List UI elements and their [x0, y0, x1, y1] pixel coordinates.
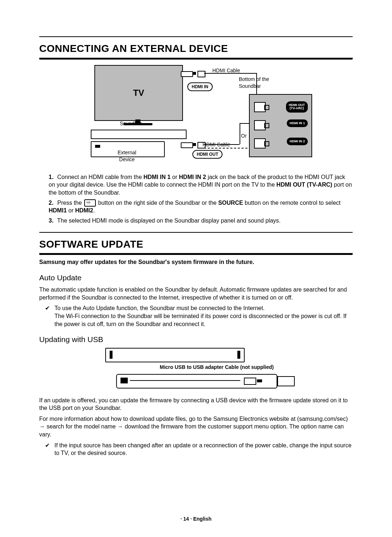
soundbar-port-panel: HDMI OUT (TV-ARC) HDMI IN 1 HDMI IN 2: [249, 94, 312, 157]
micro-usb-icon: [121, 378, 128, 383]
top-divider: [39, 36, 353, 37]
step-text: Connect an HDMI cable from the HDMI IN 1…: [49, 174, 352, 196]
connection-diagram: TV HDMI Cable HDMI IN HDMI OUT HDMI Cabl…: [80, 65, 312, 167]
source-icon: [84, 199, 96, 207]
heading-underline-2: [39, 253, 353, 255]
step-3: 3. The selected HDMI mode is displayed o…: [48, 217, 353, 225]
port-hdmi-in2: HDMI IN 2: [254, 136, 307, 149]
step-text: The selected HDMI mode is displayed on t…: [57, 217, 281, 224]
port-hdmi-out-pill: HDMI OUT (TV-ARC): [286, 101, 308, 113]
soundbar-outline: [105, 348, 245, 362]
auto-update-heading: Auto Update: [39, 273, 353, 283]
port-hdmi-in1: HDMI IN 1: [254, 118, 307, 131]
step-2: 2. Press the button on the right side of…: [48, 199, 353, 215]
tv-label: TV: [133, 87, 144, 99]
usb-update-notes: If the input source has been changed aft…: [39, 442, 353, 457]
step-text: Press the button on the right side of th…: [49, 200, 340, 214]
section-heading-software: SOFTWARE UPDATE: [39, 237, 353, 251]
external-device-label: External Device: [118, 149, 136, 163]
usb-a-icon: [244, 378, 256, 385]
usb-paragraph-2: For more information about how to downlo…: [39, 415, 353, 439]
auto-update-paragraph: The automatic update function is enabled…: [39, 286, 353, 301]
step-number: 2.: [49, 200, 53, 206]
usb-update-diagram: Micro USB to USB adapter Cable (not supp…: [105, 348, 287, 391]
divider-software: [39, 232, 353, 233]
usb-paragraph-1: If an update is offered, you can update …: [39, 396, 353, 412]
usb-update-heading: Updating with USB: [39, 334, 353, 345]
usb-cable-caption: Micro USB to USB adapter Cable (not supp…: [160, 364, 274, 371]
tv-box: TV: [94, 65, 183, 121]
usb-update-note-1: If the input source has been changed aft…: [47, 442, 353, 457]
port-hdmi-out: HDMI OUT (TV-ARC): [254, 100, 307, 113]
usb-stick-icon: [277, 376, 295, 386]
line-hdmi-top: [204, 73, 256, 74]
soundbar-label: Soundbar: [120, 120, 142, 127]
port-hdmi-in1-pill: HDMI IN 1: [287, 119, 308, 127]
step-number: 1.: [49, 174, 53, 180]
manual-page: CONNECTING AN EXTERNAL DEVICE TV HDMI Ca…: [0, 0, 392, 537]
auto-update-note-1: To use the Auto Update function, the Sou…: [47, 304, 353, 328]
line-hdmi-dashed: [204, 148, 251, 149]
port-hdmi-in2-pill: HDMI IN 2: [287, 138, 308, 145]
section-heading-connecting: CONNECTING AN EXTERNAL DEVICE: [39, 42, 353, 56]
soundbar-box: [91, 130, 187, 139]
hdmi-connector-bottom: [181, 141, 204, 148]
heading-underline-1: [39, 58, 353, 60]
step-1: 1. Connect an HDMI cable from the HDMI I…: [48, 173, 353, 197]
line-hdmi-bottom: [204, 144, 240, 145]
bottom-of-soundbar-label: Bottom of the Soundbar: [239, 76, 269, 90]
usb-cable: [116, 374, 277, 388]
hdmi-out-pill: HDMI OUT: [192, 150, 222, 159]
page-footer: · 14 · English: [0, 516, 392, 522]
connection-steps: 1. Connect an HDMI cable from the HDMI I…: [39, 173, 353, 225]
or-label: Or: [241, 133, 247, 139]
line-hdmi-bottom-up: [240, 123, 240, 144]
auto-update-notes: To use the Auto Update function, the Sou…: [39, 304, 353, 328]
step-number: 3.: [49, 217, 53, 224]
software-intro: Samsung may offer updates for the Soundb…: [39, 258, 353, 266]
hdmi-in-pill: HDMI IN: [187, 82, 213, 91]
hdmi-connector-top: [181, 70, 204, 77]
